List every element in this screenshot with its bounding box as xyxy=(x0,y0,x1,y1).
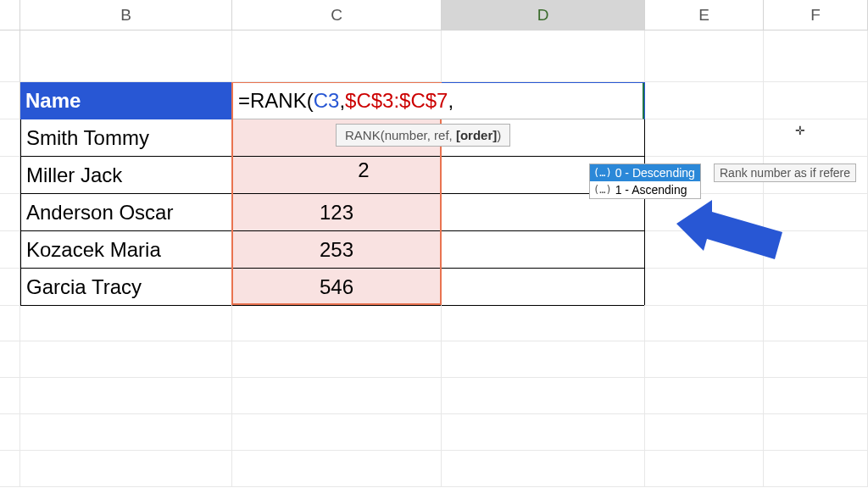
cell-sales-1[interactable]: 2 xyxy=(232,157,442,194)
col-header-d[interactable]: D xyxy=(442,0,645,30)
formula-sep2: , xyxy=(448,89,453,113)
intelli-label-1: 1 - Ascending xyxy=(615,183,687,197)
function-tooltip[interactable]: RANK(number, ref, [order]) xyxy=(336,124,510,147)
annotation-arrow-icon xyxy=(676,200,787,276)
column-headers: B C D E F xyxy=(0,0,868,30)
enum-icon: (…) xyxy=(593,167,612,179)
intellisense-description: Rank number as if refere xyxy=(714,164,856,182)
intelli-label-0: 0 - Descending xyxy=(615,166,695,180)
cell-name-3[interactable]: Kozacek Maria xyxy=(20,231,232,269)
col-header-c[interactable]: C xyxy=(232,0,442,30)
formula-sep1: , xyxy=(339,89,345,113)
tooltip-a1[interactable]: number xyxy=(385,128,427,142)
tooltip-a3[interactable]: [order] xyxy=(456,128,497,142)
cell-rank-2[interactable] xyxy=(442,194,645,231)
cell-rank-3[interactable] xyxy=(442,231,645,269)
cell-name-4[interactable]: Garcia Tracy xyxy=(20,269,232,306)
cell-b1[interactable] xyxy=(20,30,232,82)
col-header-b[interactable]: B xyxy=(20,0,232,30)
cell-name-1[interactable]: Miller Jack xyxy=(20,157,232,194)
cell-c1[interactable] xyxy=(232,30,442,82)
cell-sales-2[interactable]: 123 xyxy=(232,194,442,231)
col-header-f[interactable]: F xyxy=(764,0,868,30)
svg-marker-0 xyxy=(676,200,782,259)
cell-rank-4[interactable] xyxy=(442,269,645,306)
spreadsheet-grid[interactable]: B C D E F Name Sales Rank Smith Tommy xyxy=(0,0,868,488)
formula-arg2: $C$3:$C$7 xyxy=(345,89,448,113)
intellisense-list[interactable]: (…) 0 - Descending (…) 1 - Ascending xyxy=(589,164,701,199)
intelli-opt-descending[interactable]: (…) 0 - Descending xyxy=(590,164,700,181)
cell-name-0[interactable]: Smith Tommy xyxy=(20,119,232,157)
cursor-icon: ✛ xyxy=(795,124,805,137)
grid-bottom xyxy=(0,305,868,488)
cell-sales-4[interactable]: 546 xyxy=(232,269,442,306)
corner-stub[interactable] xyxy=(0,0,20,30)
enum-icon: (…) xyxy=(593,184,612,196)
tooltip-fn: RANK xyxy=(345,128,381,142)
intelli-opt-ascending[interactable]: (…) 1 - Ascending xyxy=(590,181,700,198)
cell-name-2[interactable]: Anderson Oscar xyxy=(20,194,232,231)
col-header-e[interactable]: E xyxy=(645,0,764,30)
cell-d1[interactable] xyxy=(442,30,645,82)
formula-prefix: =RANK( xyxy=(238,89,314,113)
formula-editor[interactable]: =RANK(C3,$C$3:$C$7, xyxy=(233,83,644,119)
formula-arg1: C3 xyxy=(314,89,340,113)
header-name[interactable]: Name xyxy=(20,82,232,119)
tooltip-a2[interactable]: ref xyxy=(434,128,449,142)
cell-sales-3[interactable]: 253 xyxy=(232,231,442,269)
